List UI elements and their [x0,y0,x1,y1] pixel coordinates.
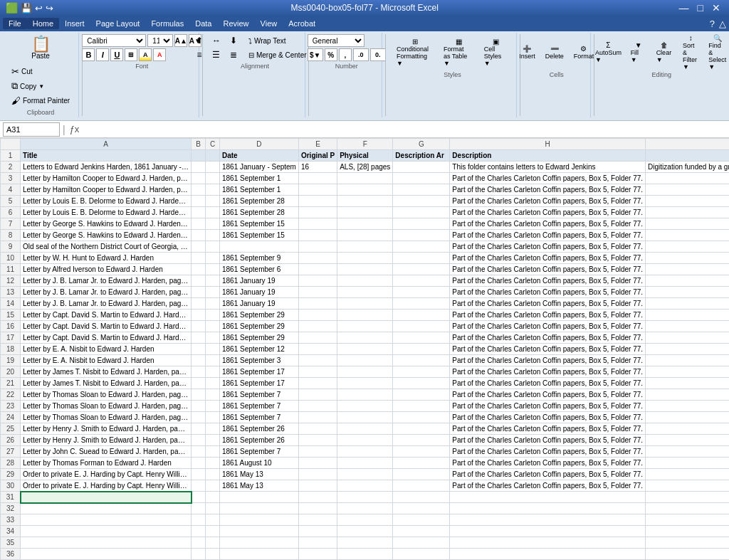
table-cell[interactable]: Order to private E. J. Harding by Capt. … [21,469,192,480]
table-cell[interactable] [646,389,729,401]
cell-C1[interactable] [206,150,220,162]
font-family-select[interactable]: Calibri [82,34,146,47]
table-cell[interactable] [206,207,220,218]
table-cell[interactable]: 1861 September 7 [220,446,299,458]
table-cell[interactable] [393,435,450,446]
table-cell[interactable]: 1861 September 12 [220,344,299,355]
empty-cell[interactable] [450,514,646,526]
empty-cell[interactable] [337,514,393,526]
increase-font-button[interactable]: A▲ [174,34,187,47]
table-cell[interactable] [337,401,393,412]
table-cell[interactable] [393,264,450,275]
table-cell[interactable] [646,458,729,469]
menu-page-layout[interactable]: Page Layout [90,18,146,29]
table-cell[interactable] [206,378,220,389]
table-cell[interactable] [646,332,729,344]
table-cell[interactable] [206,366,220,378]
table-cell[interactable]: 1861 September 6 [220,264,299,275]
table-cell[interactable] [298,469,337,480]
increase-decimal-button[interactable]: 0. [370,48,386,61]
selected-cell[interactable] [206,492,220,503]
table-cell[interactable] [337,378,393,389]
empty-cell[interactable] [337,503,393,514]
table-cell[interactable] [646,423,729,435]
table-cell[interactable] [337,218,393,230]
table-cell[interactable] [206,389,220,401]
table-cell[interactable]: Letter by Thomas Sloan to Edward J. Hard… [21,401,192,412]
table-cell[interactable] [646,264,729,275]
table-cell[interactable]: Letter by Hamilton Cooper to Edward J. H… [21,173,192,184]
table-cell[interactable] [646,196,729,207]
empty-cell[interactable] [206,537,220,549]
empty-cell[interactable] [220,503,299,514]
table-cell[interactable]: Letter by Capt. David S. Martin to Edwar… [21,332,192,344]
table-cell[interactable] [337,469,393,480]
sheet-area[interactable]: A B C D E F G H I J K L M N O P Q [0,138,729,560]
table-cell[interactable] [192,332,206,344]
italic-button[interactable]: I [96,48,109,61]
table-cell[interactable] [206,458,220,469]
table-cell[interactable] [393,253,450,264]
table-cell[interactable] [298,321,337,332]
empty-cell[interactable] [192,549,206,560]
table-cell[interactable] [646,401,729,412]
menu-formulas[interactable]: Formulas [145,18,189,29]
table-cell[interactable]: 1861 September 9 [220,253,299,264]
table-cell[interactable]: Letters to Edward Jenkins Harden, 1861 J… [21,162,192,173]
minimize-button[interactable]: — [676,2,692,14]
quick-access-redo[interactable]: ↪ [46,3,53,14]
table-cell[interactable]: Letter by E. A. Nisbit to Edward J. Hard… [21,344,192,355]
table-cell[interactable] [393,378,450,389]
table-cell[interactable]: Part of the Charles Carleton Coffin pape… [450,458,646,469]
table-cell[interactable] [192,207,206,218]
table-cell[interactable] [206,264,220,275]
table-cell[interactable] [192,366,206,378]
empty-cell[interactable] [337,537,393,549]
table-cell[interactable] [298,287,337,298]
table-cell[interactable] [646,435,729,446]
empty-cell[interactable] [192,526,206,537]
quick-access-undo[interactable]: ↩ [35,3,43,14]
table-cell[interactable] [646,298,729,310]
table-cell[interactable]: Part of the Charles Carleton Coffin pape… [450,207,646,218]
col-header-I[interactable]: I [646,139,729,150]
table-cell[interactable]: Part of the Charles Carleton Coffin pape… [450,173,646,184]
empty-cell[interactable] [393,503,450,514]
cell-I1[interactable] [646,150,729,162]
table-cell[interactable]: Part of the Charles Carleton Coffin pape… [450,355,646,366]
table-cell[interactable]: 1861 September 15 [220,218,299,230]
font-size-select[interactable]: 11 [147,34,173,47]
table-cell[interactable]: 1861 September 1 [220,173,299,184]
table-cell[interactable] [337,253,393,264]
align-center-button[interactable]: ☰ [209,48,224,61]
table-cell[interactable]: Part of the Charles Carleton Coffin pape… [450,469,646,480]
table-cell[interactable] [337,423,393,435]
empty-cell[interactable] [337,526,393,537]
col-header-D[interactable]: D [220,139,299,150]
table-cell[interactable]: Part of the Charles Carleton Coffin pape… [450,378,646,389]
table-cell[interactable]: Part of the Charles Carleton Coffin pape… [450,321,646,332]
table-cell[interactable] [206,332,220,344]
col-header-A[interactable]: A [21,139,192,150]
align-bottom-button[interactable]: ⬇ [226,34,241,47]
table-cell[interactable] [192,423,206,435]
table-cell[interactable] [298,412,337,423]
table-cell[interactable]: Part of the Charles Carleton Coffin pape… [450,344,646,355]
empty-cell[interactable] [298,526,337,537]
empty-cell[interactable] [393,514,450,526]
table-cell[interactable] [298,173,337,184]
empty-cell[interactable] [206,503,220,514]
empty-cell[interactable] [393,549,450,560]
cell-B1[interactable] [192,150,206,162]
wrap-text-button[interactable]: ⤵ Wrap Text [246,34,289,47]
table-cell[interactable] [646,321,729,332]
table-cell[interactable] [206,469,220,480]
table-cell[interactable] [206,230,220,241]
number-format-select[interactable]: General Number Currency Date Text [308,34,364,47]
table-cell[interactable] [646,310,729,321]
table-cell[interactable]: Part of the Charles Carleton Coffin pape… [450,287,646,298]
table-cell[interactable] [337,230,393,241]
table-cell[interactable] [337,196,393,207]
table-cell[interactable]: 1861 September 26 [220,435,299,446]
table-cell[interactable] [298,366,337,378]
